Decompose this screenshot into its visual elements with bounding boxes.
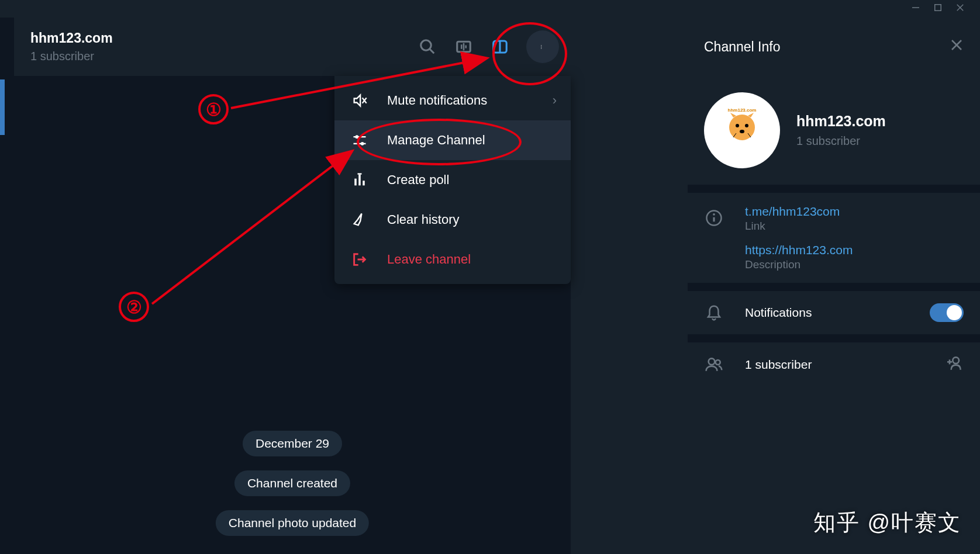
menu-mute-notifications[interactable]: Mute notifications › [334, 81, 571, 120]
channel-profile[interactable]: hhm123.com hhm123.com 1 subscriber [688, 76, 980, 185]
chat-header: hhm123.com 1 subscriber [14, 18, 571, 76]
svg-point-25 [736, 124, 739, 127]
add-member-button[interactable] [945, 354, 964, 375]
svg-point-30 [713, 213, 715, 216]
header-actions [417, 30, 559, 63]
notifications-toggle[interactable] [930, 303, 964, 322]
menu-item-label: Leave channel [387, 252, 471, 267]
mute-icon [351, 92, 368, 109]
leave-icon [351, 251, 368, 268]
poll-icon [351, 171, 368, 189]
panel-header: Channel Info [688, 18, 980, 76]
menu-create-poll[interactable]: Create poll [334, 160, 571, 200]
info-row-link[interactable]: t.me/hhm123com Link https://hhm123.com D… [688, 193, 980, 283]
maximize-icon[interactable] [933, 2, 943, 15]
channel-subscribers: 1 subscriber [796, 134, 886, 148]
channel-info-text: hhm123.com 1 subscriber [796, 113, 886, 148]
svg-line-5 [430, 49, 434, 54]
info-content: t.me/hhm123com Link https://hhm123.com D… [745, 205, 964, 271]
chat-subscribers: 1 subscriber [30, 50, 417, 63]
svg-text:hhm123.com: hhm123.com [728, 108, 757, 113]
info-row-notifications[interactable]: Notifications [688, 291, 980, 334]
active-chat-indicator [0, 79, 5, 135]
channel-avatar: hhm123.com [704, 92, 780, 168]
info-content: 1 subscriber [745, 358, 924, 372]
info-content: Notifications [745, 306, 909, 320]
search-button[interactable] [417, 37, 437, 57]
channel-info-panel: Channel Info hhm123.com hhm123.com 1 sub… [688, 18, 980, 554]
svg-point-32 [709, 358, 715, 365]
separator [688, 334, 980, 342]
channel-link: t.me/hhm123com [745, 205, 964, 219]
svg-point-33 [716, 360, 720, 365]
settings-sliders-icon [351, 131, 368, 149]
svg-point-15 [355, 135, 358, 138]
info-icon [704, 208, 724, 228]
people-icon [704, 355, 724, 375]
minimize-icon[interactable] [910, 2, 921, 15]
svg-point-26 [745, 124, 748, 127]
panel-title: Channel Info [704, 39, 950, 55]
bell-icon [704, 303, 724, 323]
more-options-menu: Mute notifications › Manage Channel Crea… [334, 76, 571, 284]
annotation-number-2: ② [119, 292, 149, 322]
notifications-label: Notifications [745, 306, 909, 320]
svg-point-24 [729, 115, 755, 140]
chevron-right-icon: › [553, 93, 557, 108]
menu-item-label: Create poll [387, 172, 449, 188]
annotation-number-1: ① [198, 94, 229, 124]
watermark: 知乎 @叶赛文 [813, 508, 961, 538]
separator [688, 283, 980, 291]
svg-point-10 [541, 47, 541, 47]
svg-point-9 [541, 45, 541, 46]
sidepanel-button[interactable] [490, 37, 510, 57]
close-icon[interactable] [955, 2, 965, 15]
service-message-created: Channel created [234, 470, 350, 496]
stream-button[interactable] [454, 37, 474, 57]
svg-point-27 [740, 130, 744, 133]
description-label: Description [745, 258, 964, 271]
chat-title-block[interactable]: hhm123.com 1 subscriber [30, 30, 417, 63]
menu-item-label: Mute notifications [387, 93, 487, 108]
menu-manage-channel[interactable]: Manage Channel [334, 120, 571, 160]
service-message-photo: Channel photo updated [216, 510, 369, 536]
menu-item-label: Manage Channel [387, 133, 485, 148]
chat-title: hhm123.com [30, 30, 417, 46]
channel-description: https://hhm123.com [745, 243, 964, 257]
menu-clear-history[interactable]: Clear history [334, 200, 571, 240]
svg-point-4 [421, 40, 432, 51]
info-row-subscribers[interactable]: 1 subscriber [688, 342, 980, 387]
menu-item-label: Clear history [387, 212, 459, 227]
date-separator: December 29 [243, 431, 342, 456]
svg-point-17 [361, 142, 364, 146]
separator [688, 185, 980, 193]
broom-icon [351, 211, 368, 228]
more-options-button[interactable] [526, 30, 559, 63]
subscribers-count: 1 subscriber [745, 358, 924, 372]
link-label: Link [745, 220, 964, 233]
chat-list-rail [0, 18, 14, 554]
menu-leave-channel[interactable]: Leave channel [334, 240, 571, 279]
window-titlebar [0, 0, 980, 18]
channel-name: hhm123.com [796, 113, 886, 130]
svg-point-11 [541, 48, 541, 49]
svg-point-34 [953, 357, 959, 363]
svg-rect-1 [935, 5, 941, 11]
close-panel-button[interactable] [950, 38, 964, 56]
